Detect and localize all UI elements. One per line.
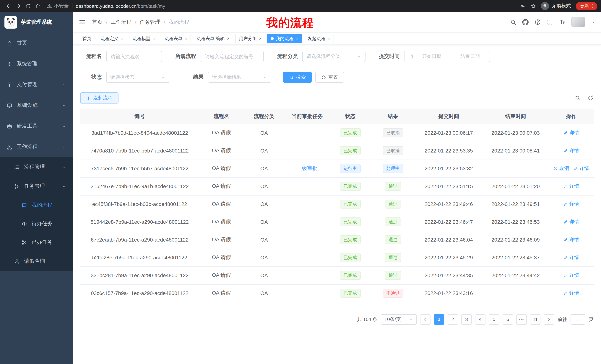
- detail-link[interactable]: 详情: [563, 201, 579, 207]
- detail-link[interactable]: 详情: [563, 219, 579, 225]
- caret-down-icon[interactable]: [591, 20, 595, 24]
- sidebar-item-task-management[interactable]: 任务管理: [0, 177, 73, 196]
- close-icon[interactable]: ×: [153, 36, 155, 41]
- help-icon[interactable]: [534, 19, 541, 25]
- tab-my-process[interactable]: 我的流程×: [267, 34, 302, 43]
- next-page-button[interactable]: [544, 314, 554, 325]
- bookmark-star-icon[interactable]: [531, 3, 536, 9]
- table-refresh-icon[interactable]: [588, 95, 594, 101]
- detail-link[interactable]: 详情: [563, 290, 579, 297]
- browser-actions: 无痕模式 更新: [520, 2, 597, 10]
- font-size-icon[interactable]: [559, 19, 565, 25]
- status-tag: 已完成: [340, 200, 361, 209]
- page-button[interactable]: 11: [530, 314, 541, 325]
- page-button[interactable]: 1: [434, 314, 444, 325]
- close-icon[interactable]: ×: [185, 36, 187, 41]
- column-header: 结束时间: [482, 109, 549, 124]
- home-icon[interactable]: [33, 1, 42, 11]
- browser-toolbar: 不安全 dashboard.yudao.iocoder.cn/bpm/task/…: [0, 0, 601, 12]
- tab-label: 流程表单-编辑: [197, 35, 225, 42]
- github-icon[interactable]: [522, 19, 529, 25]
- more-pages-button[interactable]: •••: [516, 314, 527, 325]
- sidebar-item-done-tasks[interactable]: 已办任务: [0, 233, 73, 252]
- reset-button[interactable]: 重置: [315, 72, 344, 83]
- tab-initiate-process[interactable]: 发起流程×: [304, 34, 334, 43]
- detail-label: 详情: [570, 272, 579, 279]
- sidebar-item-dev-tools[interactable]: 研发工具: [0, 116, 73, 136]
- column-header: 操作: [549, 109, 594, 124]
- toggle-search-icon[interactable]: [575, 95, 581, 101]
- search-button[interactable]: 搜索: [283, 72, 312, 83]
- tab-process-form-edit[interactable]: 流程表单-编辑×: [193, 34, 233, 43]
- close-icon[interactable]: ×: [296, 36, 298, 41]
- status-tag: 进行中: [340, 164, 361, 173]
- page-button[interactable]: 6: [502, 314, 513, 325]
- not-secure-chip[interactable]: 不安全: [47, 3, 69, 9]
- tab-home[interactable]: 首页: [79, 34, 95, 43]
- sidebar-item-leave-query[interactable]: 请假查询: [0, 252, 73, 271]
- chrome-update-menu[interactable]: 更新: [576, 2, 597, 10]
- close-icon[interactable]: ×: [328, 36, 330, 41]
- process-name-input[interactable]: [106, 51, 162, 62]
- sidebar-item-label: 基础设施: [17, 102, 58, 109]
- sidebar-item-infrastructure[interactable]: 基础设施: [0, 95, 73, 116]
- page-button[interactable]: 3: [461, 314, 472, 325]
- tab-process-definition[interactable]: 流程定义×: [97, 34, 127, 43]
- sidebar-item-label: 工作流程: [17, 144, 58, 150]
- tab-user-group[interactable]: 用户分组×: [235, 34, 265, 43]
- sidebar-item-my-process[interactable]: 我的流程: [0, 196, 73, 214]
- sidebar-item-home[interactable]: 首页: [0, 33, 73, 53]
- status-select[interactable]: 请选择状态: [106, 72, 169, 83]
- select-placeholder: 请选择流程分类: [306, 53, 340, 60]
- close-icon[interactable]: ×: [227, 36, 230, 41]
- sidebar-item-payment[interactable]: 支付管理: [0, 74, 73, 95]
- avatar[interactable]: [571, 17, 585, 27]
- category-select[interactable]: 请选择流程分类: [302, 51, 366, 62]
- date-range-picker[interactable]: 开始日期 - 结束日期: [404, 51, 490, 62]
- close-icon[interactable]: ×: [259, 36, 261, 41]
- cell-end-time: [482, 284, 549, 302]
- edit-icon: [563, 238, 568, 242]
- detail-link[interactable]: 详情: [573, 165, 589, 172]
- hamburger-icon[interactable]: [79, 19, 86, 26]
- forward-icon[interactable]: [13, 1, 23, 11]
- detail-link[interactable]: 详情: [563, 272, 579, 279]
- create-process-button[interactable]: 发起流程: [80, 92, 119, 104]
- detail-link[interactable]: 详情: [563, 183, 579, 190]
- reload-icon[interactable]: [23, 1, 33, 11]
- result-select[interactable]: 请选择流结果: [208, 72, 271, 83]
- column-header: 编号: [80, 109, 199, 124]
- edit-icon: [563, 184, 568, 189]
- process-definition-input[interactable]: [200, 51, 264, 62]
- page-button[interactable]: 2: [448, 314, 458, 325]
- cell-submit-time: 2022-01-22 23:46:47: [415, 213, 482, 231]
- tab-process-form[interactable]: 流程表单×: [161, 34, 191, 43]
- close-icon[interactable]: ×: [121, 36, 123, 41]
- detail-link[interactable]: 详情: [563, 236, 579, 243]
- page-button[interactable]: 5: [489, 314, 499, 325]
- tab-process-model[interactable]: 流程模型×: [129, 34, 159, 43]
- pagination: 共 104 条 10条/页 1 2 3 4 5 6 ••• 11 前往: [80, 314, 594, 332]
- sidebar-item-workflow[interactable]: 工作流程: [0, 136, 73, 157]
- search-icon[interactable]: [510, 19, 516, 25]
- goto-page-input[interactable]: [571, 314, 585, 325]
- app-logo[interactable]: 芋道管理系统: [0, 12, 73, 33]
- sidebar-item-system[interactable]: 系统管理: [0, 53, 73, 74]
- detail-link[interactable]: 详情: [563, 130, 579, 136]
- detail-link[interactable]: 详情: [563, 147, 579, 154]
- current-task-link[interactable]: 一级审批: [297, 165, 318, 171]
- fullscreen-icon[interactable]: [547, 19, 553, 25]
- back-icon[interactable]: [4, 1, 13, 11]
- detail-link[interactable]: 详情: [563, 254, 579, 261]
- prev-page-button[interactable]: [420, 314, 431, 325]
- cancel-link[interactable]: 取消: [553, 165, 569, 172]
- breadcrumb-item[interactable]: 首页: [92, 19, 102, 25]
- sidebar-item-process-management[interactable]: 流程管理: [0, 157, 73, 177]
- kebab-menu-icon[interactable]: [590, 3, 595, 9]
- sidebar-item-todo-tasks[interactable]: 待办任务: [0, 214, 73, 233]
- address-bar[interactable]: 不安全 dashboard.yudao.iocoder.cn/bpm/task/…: [47, 3, 520, 9]
- page-size-select[interactable]: 10条/页: [381, 314, 417, 325]
- page-button[interactable]: 4: [475, 314, 485, 325]
- key-icon[interactable]: [520, 3, 526, 9]
- search-button-label: 搜索: [296, 74, 306, 80]
